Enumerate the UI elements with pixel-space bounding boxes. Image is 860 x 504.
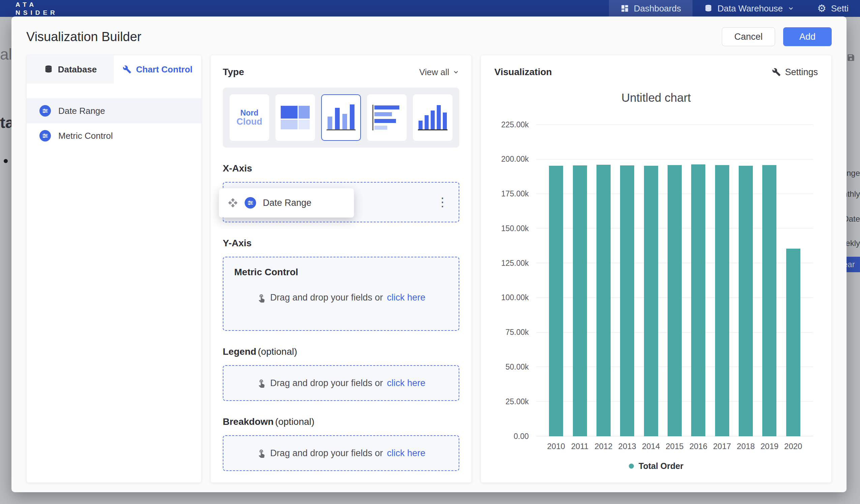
bar-column: 2019 <box>758 125 781 436</box>
dragged-field-chip[interactable]: Date Range <box>219 188 354 218</box>
navbar-items: Dashboards Data Warehouse ⚙ Setti <box>609 0 860 17</box>
x-tick-label: 2019 <box>761 442 778 451</box>
y-tick-label: 50.00k <box>505 362 529 371</box>
tab-database[interactable]: Database <box>27 55 114 84</box>
add-button[interactable]: Add <box>783 27 832 46</box>
legend-heading: Legend (optional) <box>223 346 459 357</box>
visualization-panel: Visualization Settings Untitled chart 0.… <box>481 55 832 483</box>
x-tick-label: 2012 <box>594 442 612 451</box>
y-tick-label: 100.00k <box>501 293 529 302</box>
logo-line-2: NSIDER <box>15 9 58 17</box>
bar <box>691 164 705 436</box>
field-item-metric-control[interactable]: Metric Control <box>27 123 201 148</box>
drag-hand-icon <box>257 378 266 388</box>
dashboard-grid-icon <box>620 4 629 13</box>
bar-column: 2012 <box>592 125 615 436</box>
bar <box>739 166 753 436</box>
treemap-icon <box>281 106 310 129</box>
y-axis-field-label: Metric Control <box>234 267 448 278</box>
plot-area: 0.0025.00k50.00k75.00k100.00k125.00k150.… <box>536 125 813 436</box>
x-tick-label: 2018 <box>737 442 755 451</box>
tab-chart-control[interactable]: Chart Control <box>114 55 201 84</box>
bar <box>573 165 587 436</box>
bar <box>762 165 776 436</box>
chart-type-treemap[interactable] <box>275 94 315 141</box>
bar <box>597 165 611 436</box>
bar <box>668 165 682 436</box>
chevron-down-icon <box>788 5 794 12</box>
drop-hint: Drag and drop your fields or click here <box>257 448 426 459</box>
wordcloud-icon: Nord Cloud <box>236 109 262 126</box>
bar <box>549 166 563 436</box>
x-tick-label: 2017 <box>713 442 731 451</box>
y-tick-label: 25.00k <box>505 397 529 406</box>
bar-column: 2015 <box>663 125 686 436</box>
chart-type-list: Nord Cloud <box>223 88 459 147</box>
x-axis-dropzone[interactable]: Date Range ⋮ Date Range <box>223 182 459 222</box>
bar-column: 2014 <box>639 125 662 436</box>
more-options-icon[interactable]: ⋮ <box>436 196 448 208</box>
bar-column: 2018 <box>734 125 758 436</box>
histogram-icon <box>418 105 447 130</box>
bar-chart-icon <box>372 105 401 130</box>
nav-settings[interactable]: ⚙ Setti <box>806 0 860 17</box>
database-icon <box>704 4 713 13</box>
tab-database-label: Database <box>58 64 97 75</box>
chevron-down-icon <box>453 69 459 75</box>
legend-label: Total Order <box>639 461 684 471</box>
breakdown-heading: Breakdown (optional) <box>223 416 459 427</box>
drop-hint: Drag and drop your fields or click here <box>257 292 426 303</box>
top-navbar: ATA NSIDER Dashboards Data Warehouse ⚙ S… <box>0 0 860 17</box>
nav-data-warehouse[interactable]: Data Warehouse <box>692 0 806 17</box>
control-field-list: Date Range Metric Control <box>27 98 201 148</box>
visualization-heading: Visualization <box>494 67 552 77</box>
app-logo: ATA NSIDER <box>0 0 58 17</box>
field-item-label: Metric Control <box>58 131 113 141</box>
drag-hand-icon <box>257 448 266 458</box>
modal-header: Visualization Builder Cancel Add <box>12 16 847 55</box>
drop-hint-text: Drag and drop your fields or <box>270 448 383 459</box>
chart-type-column-selected[interactable] <box>321 94 361 141</box>
chart-type-bar[interactable] <box>367 94 407 141</box>
x-tick-label: 2014 <box>642 442 660 451</box>
view-all-button[interactable]: View all <box>419 67 459 77</box>
tools-icon <box>123 65 131 74</box>
chart-legend: Total Order <box>494 461 818 471</box>
y-axis-dropzone[interactable]: Metric Control Drag and drop your fields… <box>223 257 459 331</box>
column-chart-icon <box>327 105 356 130</box>
bar <box>786 249 800 436</box>
view-all-label: View all <box>419 67 449 77</box>
y-tick-label: 75.00k <box>505 328 529 337</box>
visualization-header-row: Visualization Settings <box>494 67 818 77</box>
field-item-date-range[interactable]: Date Range <box>27 98 201 123</box>
legend-dropzone[interactable]: Drag and drop your fields or click here <box>223 365 459 401</box>
nav-dashboards[interactable]: Dashboards <box>609 0 692 17</box>
bar-column: 2020 <box>782 125 805 436</box>
tools-icon <box>772 68 781 76</box>
x-tick-label: 2020 <box>784 442 802 451</box>
bar-column: 2013 <box>615 125 639 436</box>
settings-button[interactable]: Settings <box>772 67 818 77</box>
bar <box>620 165 634 436</box>
y-tick-label: 125.00k <box>501 258 529 268</box>
y-tick-label: 175.00k <box>501 189 529 199</box>
nav-dashboards-label: Dashboards <box>634 3 681 14</box>
y-tick-label: 150.00k <box>501 224 529 233</box>
chart-title: Untitled chart <box>494 91 818 104</box>
database-icon <box>44 65 53 74</box>
y-axis-heading: Y-Axis <box>223 238 459 249</box>
modal-actions: Cancel Add <box>722 27 832 46</box>
modal-title: Visualization Builder <box>26 30 142 44</box>
type-header-row: Type View all <box>223 67 459 77</box>
tab-chart-control-label: Chart Control <box>136 64 193 75</box>
chart-type-histogram[interactable] <box>413 94 453 141</box>
click-here-link[interactable]: click here <box>387 378 425 388</box>
cancel-button[interactable]: Cancel <box>722 27 775 46</box>
breakdown-dropzone[interactable]: Drag and drop your fields or click here <box>223 435 459 471</box>
modal-panels: Database Chart Control Date Range <box>12 55 847 498</box>
chip-label: Date Range <box>263 198 311 208</box>
click-here-link[interactable]: click here <box>387 292 425 303</box>
chart-type-wordcloud[interactable]: Nord Cloud <box>229 94 269 141</box>
type-heading: Type <box>223 67 244 77</box>
click-here-link[interactable]: click here <box>387 448 425 459</box>
